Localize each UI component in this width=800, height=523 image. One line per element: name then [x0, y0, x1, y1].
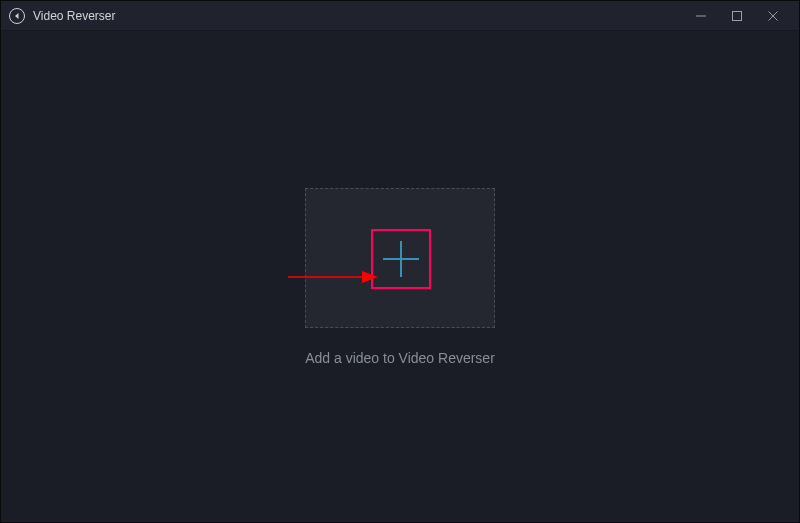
plus-icon: [379, 237, 423, 281]
maximize-button[interactable]: [719, 1, 755, 31]
svg-rect-1: [733, 11, 742, 20]
titlebar: Video Reverser: [1, 1, 799, 31]
annotation-highlight-box: [371, 229, 431, 289]
close-icon: [767, 10, 779, 22]
maximize-icon: [731, 10, 743, 22]
app-icon: [9, 8, 25, 24]
add-video-dropzone[interactable]: [305, 188, 495, 328]
minimize-icon: [695, 10, 707, 22]
instruction-text: Add a video to Video Reverser: [305, 350, 495, 366]
minimize-button[interactable]: [683, 1, 719, 31]
window-controls: [683, 1, 791, 31]
close-button[interactable]: [755, 1, 791, 31]
main-content: Add a video to Video Reverser: [1, 31, 799, 522]
app-title: Video Reverser: [33, 9, 116, 23]
titlebar-left: Video Reverser: [9, 8, 116, 24]
